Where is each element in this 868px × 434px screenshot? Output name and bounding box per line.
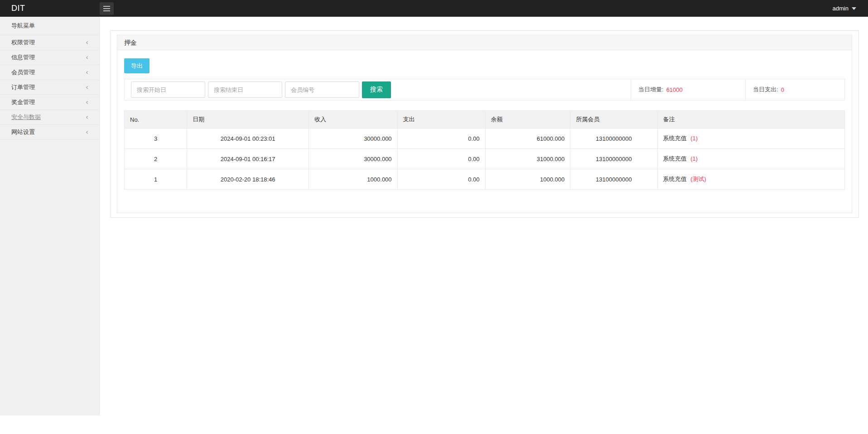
search-toolbar: 搜索 当日增量: 61000 当日支出: 0 [124,79,845,100]
chevron-left-icon: ‹ [86,83,88,91]
cell-remark: 系统充值 (1) [657,149,844,169]
sidebar-item-label: 权限管理 [11,38,35,47]
menu-icon [103,8,110,9]
main-content: 押金 导出 搜索 当日增量: 61000 [100,17,868,218]
member-id-input[interactable] [285,81,359,98]
cell-income: 1000.000 [309,169,398,190]
search-start-date-input[interactable] [131,81,205,98]
export-button[interactable]: 导出 [124,58,149,73]
sidebar-section-label: 导航菜单 [11,22,35,30]
daily-expense-value: 0 [781,86,784,93]
remark-note: (1) [690,155,698,162]
column-header-income: 收入 [309,111,398,129]
content-card: 押金 导出 搜索 当日增量: 61000 [110,30,859,218]
sidebar: 导航菜单 权限管理 ‹ 信息管理 ‹ 会员管理 ‹ 订单管理 ‹ 奖金管理 ‹ … [0,17,100,415]
cell-balance: 1000.000 [485,169,570,190]
sidebar-item-label: 信息管理 [11,53,35,62]
sidebar-section-title: 导航菜单 [0,17,99,35]
sidebar-item-bonus[interactable]: 奖金管理 ‹ [0,95,99,110]
sidebar-item-security-data[interactable]: 安全与数据 ‹ [0,110,99,125]
remark-text: 系统充值 [663,135,687,142]
cell-no: 3 [125,129,187,149]
chevron-left-icon: ‹ [86,113,88,121]
table-row: 3 2024-09-01 00:23:01 30000.000 0.00 610… [125,129,845,149]
cell-balance: 31000.000 [485,149,570,169]
sidebar-item-permissions[interactable]: 权限管理 ‹ [0,35,99,50]
username-label: admin [833,5,849,12]
cell-member: 13100000000 [570,169,657,190]
cell-balance: 61000.000 [485,129,570,149]
deposit-panel: 押金 导出 搜索 当日增量: 61000 [117,35,852,213]
cell-no: 1 [125,169,187,190]
app-logo: DIT [0,4,100,13]
sidebar-item-information[interactable]: 信息管理 ‹ [0,50,99,65]
sidebar-item-label: 奖金管理 [11,98,35,106]
sidebar-item-label: 订单管理 [11,83,35,91]
column-header-balance: 余额 [485,111,570,129]
column-header-no: No. [125,111,187,129]
caret-down-icon [852,7,856,10]
remark-text: 系统充值 [663,155,687,162]
daily-expense-stat: 当日支出: 0 [745,79,844,100]
cell-date: 2024-09-01 00:16:17 [187,149,309,169]
menu-icon [103,6,110,7]
sidebar-item-label: 安全与数据 [11,113,41,121]
cell-date: 2024-09-01 00:23:01 [187,129,309,149]
column-header-remark: 备注 [657,111,844,129]
chevron-left-icon: ‹ [86,68,88,76]
cell-remark: 系统充值 (测试) [657,169,844,190]
search-button[interactable]: 搜索 [362,81,391,98]
daily-increase-stat: 当日增量: 61000 [631,79,745,100]
chevron-left-icon: ‹ [86,98,88,106]
remark-note: (1) [690,135,698,142]
daily-increase-value: 61000 [666,86,683,93]
search-fields: 搜索 [125,79,631,100]
table-row: 2 2024-09-01 00:16:17 30000.000 0.00 310… [125,149,845,169]
chevron-left-icon: ‹ [86,53,88,62]
cell-expense: 0.00 [397,169,485,190]
sidebar-item-label: 会员管理 [11,68,35,76]
cell-no: 2 [125,149,187,169]
cell-member: 13100000000 [570,149,657,169]
table-header-row: No. 日期 收入 支出 余额 所属会员 备注 [125,111,845,129]
panel-body: 导出 搜索 当日增量: 61000 当日支出 [117,50,852,213]
deposit-table: No. 日期 收入 支出 余额 所属会员 备注 3 [124,110,845,190]
table-row: 1 2020-02-20 18:18:46 1000.000 0.00 1000… [125,169,845,190]
cell-remark: 系统充值 (1) [657,129,844,149]
column-header-date: 日期 [187,111,309,129]
column-header-expense: 支出 [397,111,485,129]
remark-note: (测试) [690,176,706,182]
sidebar-item-orders[interactable]: 订单管理 ‹ [0,80,99,95]
daily-expense-label: 当日支出: [753,86,778,94]
panel-title: 押金 [117,35,852,50]
cell-member: 13100000000 [570,129,657,149]
chevron-left-icon: ‹ [86,38,88,47]
sidebar-item-members[interactable]: 会员管理 ‹ [0,65,99,80]
cell-income: 30000.000 [309,129,398,149]
cell-income: 30000.000 [309,149,398,169]
user-dropdown[interactable]: admin [833,5,856,12]
cell-date: 2020-02-20 18:18:46 [187,169,309,190]
remark-text: 系统充值 [663,176,687,182]
column-header-member: 所属会员 [570,111,657,129]
chevron-left-icon: ‹ [86,128,88,136]
search-end-date-input[interactable] [208,81,282,98]
sidebar-toggle-button[interactable] [100,2,114,15]
sidebar-item-label: 网站设置 [11,128,35,136]
cell-expense: 0.00 [397,149,485,169]
menu-icon [103,10,110,11]
daily-increase-label: 当日增量: [638,86,664,94]
topbar: DIT admin [0,0,868,17]
cell-expense: 0.00 [397,129,485,149]
sidebar-item-site-settings[interactable]: 网站设置 ‹ [0,125,99,140]
